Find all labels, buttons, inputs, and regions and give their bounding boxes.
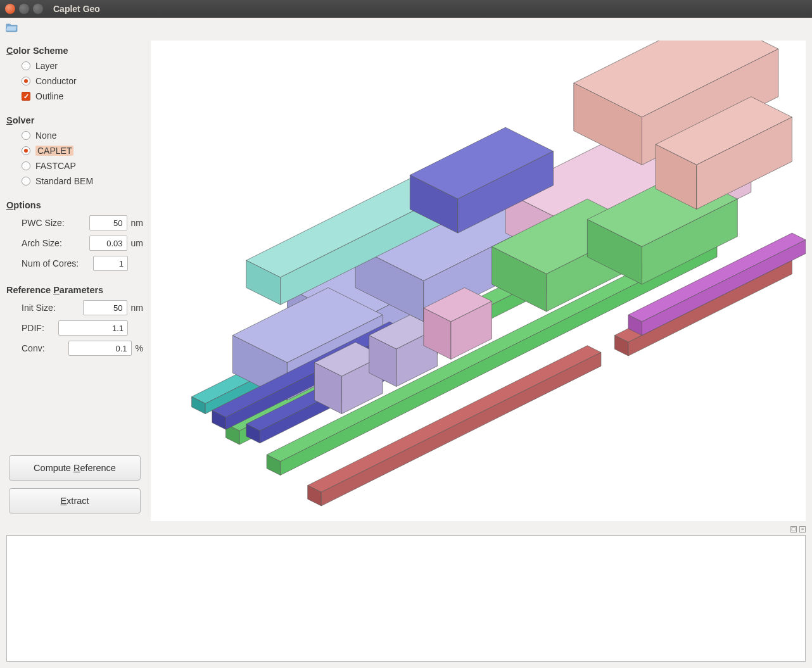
- radio-label: Standard BEM: [35, 176, 93, 186]
- init-size-input[interactable]: [83, 300, 127, 315]
- pdif-input[interactable]: [58, 320, 128, 336]
- pwc-size-input[interactable]: [89, 215, 127, 230]
- init-size-label: Init Size:: [22, 303, 56, 313]
- pwc-size-label: PWC Size:: [22, 218, 65, 228]
- checkbox-label: Outline: [35, 91, 63, 101]
- radio-label: CAPLET: [35, 146, 73, 156]
- close-icon[interactable]: [5, 4, 15, 14]
- radio-label: FASTCAP: [35, 161, 76, 171]
- radio-label: Layer: [35, 61, 58, 71]
- sidebar: Color Scheme Layer Conductor Outline Sol…: [6, 41, 146, 525]
- radio-none[interactable]: None: [22, 128, 143, 143]
- num-cores-input[interactable]: [93, 256, 128, 271]
- radio-icon: [22, 146, 30, 155]
- arch-size-input[interactable]: [89, 236, 127, 251]
- radio-fastcap[interactable]: FASTCAP: [22, 158, 143, 173]
- group-options: Options: [6, 200, 143, 210]
- extract-button[interactable]: Extract: [9, 488, 141, 514]
- radio-standard-bem[interactable]: Standard BEM: [22, 173, 143, 189]
- minimize-icon[interactable]: [19, 4, 29, 14]
- window-title: Caplet Geo: [53, 4, 100, 14]
- radio-icon: [22, 131, 30, 140]
- toolbar: [0, 18, 812, 37]
- radio-caplet[interactable]: CAPLET: [22, 143, 143, 158]
- checkbox-icon: [22, 92, 30, 101]
- num-cores-label: Num of Cores:: [22, 258, 79, 268]
- 3d-viewport[interactable]: [151, 41, 806, 521]
- unit-label: nm: [131, 303, 143, 313]
- radio-conductor[interactable]: Conductor: [22, 73, 143, 89]
- unit-label: um: [131, 238, 143, 248]
- radio-layer[interactable]: Layer: [22, 58, 143, 73]
- geometry-render: [151, 41, 806, 521]
- radio-label: Conductor: [35, 76, 77, 86]
- conv-input[interactable]: [68, 341, 132, 356]
- pdif-label: PDIF:: [22, 323, 44, 333]
- radio-icon: [22, 177, 30, 186]
- group-color-scheme: Color Scheme: [6, 46, 143, 56]
- radio-icon: [22, 61, 30, 70]
- dock-close-icon[interactable]: ×: [799, 526, 806, 533]
- dock-float-icon[interactable]: ▢: [790, 526, 797, 533]
- conv-label: Conv:: [22, 343, 45, 353]
- group-solver: Solver: [6, 115, 143, 125]
- compute-reference-button[interactable]: Compute Reference: [9, 455, 141, 481]
- radio-icon: [22, 77, 30, 85]
- maximize-icon[interactable]: [33, 4, 43, 14]
- group-reference: Reference Parameters: [6, 285, 143, 295]
- unit-label: %: [136, 343, 143, 353]
- folder-icon: [6, 22, 18, 32]
- window-titlebar: Caplet Geo: [0, 0, 812, 18]
- log-panel[interactable]: [6, 535, 806, 662]
- arch-size-label: Arch Size:: [22, 238, 62, 248]
- dock-handle: ▢ ×: [0, 525, 812, 534]
- radio-label: None: [35, 130, 56, 141]
- open-file-button[interactable]: [4, 20, 20, 35]
- radio-icon: [22, 161, 30, 170]
- checkbox-outline[interactable]: Outline: [22, 89, 143, 104]
- unit-label: nm: [131, 218, 143, 228]
